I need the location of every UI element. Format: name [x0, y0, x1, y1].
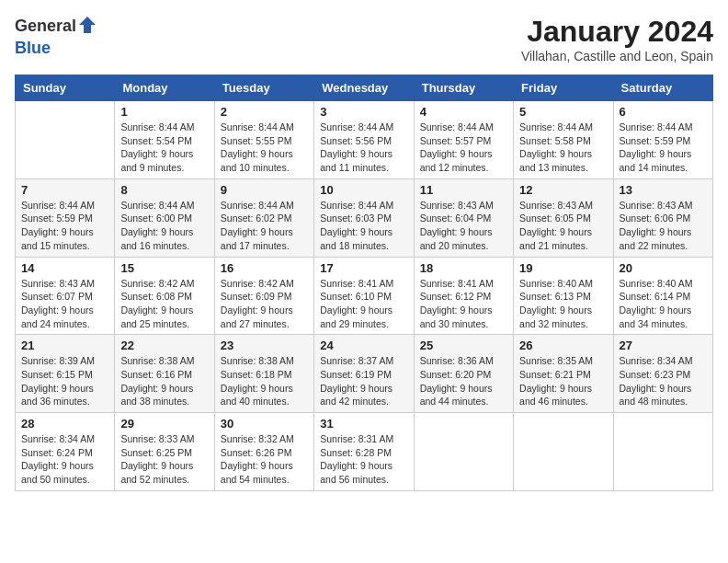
- calendar-day-cell: 6Sunrise: 8:44 AMSunset: 5:59 PMDaylight…: [613, 101, 712, 179]
- day-info: Sunrise: 8:36 AMSunset: 6:20 PMDaylight:…: [420, 354, 507, 408]
- day-number: 3: [320, 105, 407, 119]
- weekday-header: Sunday: [16, 75, 115, 101]
- calendar-header-row: SundayMondayTuesdayWednesdayThursdayFrid…: [16, 75, 713, 101]
- day-info: Sunrise: 8:31 AMSunset: 6:28 PMDaylight:…: [320, 432, 407, 487]
- weekday-header: Saturday: [613, 75, 712, 101]
- day-number: 2: [221, 105, 308, 119]
- calendar-day-cell: 16Sunrise: 8:42 AMSunset: 6:09 PMDayligh…: [214, 257, 313, 335]
- calendar-week-row: 1Sunrise: 8:44 AMSunset: 5:54 PMDaylight…: [16, 101, 713, 179]
- calendar-day-cell: 14Sunrise: 8:43 AMSunset: 6:07 PMDayligh…: [16, 257, 115, 335]
- day-info: Sunrise: 8:43 AMSunset: 6:07 PMDaylight:…: [21, 277, 108, 331]
- calendar-week-row: 14Sunrise: 8:43 AMSunset: 6:07 PMDayligh…: [16, 257, 713, 335]
- day-number: 11: [420, 183, 507, 197]
- day-number: 22: [120, 339, 208, 352]
- day-number: 13: [620, 183, 707, 197]
- calendar-day-cell: 26Sunrise: 8:35 AMSunset: 6:21 PMDayligh…: [514, 335, 613, 413]
- day-number: 5: [519, 105, 607, 119]
- day-number: 29: [120, 417, 208, 431]
- calendar-day-cell: 30Sunrise: 8:32 AMSunset: 6:26 PMDayligh…: [214, 413, 313, 491]
- weekday-header: Monday: [115, 75, 214, 101]
- day-info: Sunrise: 8:32 AMSunset: 6:26 PMDaylight:…: [221, 432, 308, 487]
- day-info: Sunrise: 8:37 AMSunset: 6:19 PMDaylight:…: [320, 354, 407, 408]
- calendar-day-cell: [514, 413, 613, 491]
- calendar-day-cell: 23Sunrise: 8:38 AMSunset: 6:18 PMDayligh…: [214, 335, 313, 413]
- day-info: Sunrise: 8:39 AMSunset: 6:15 PMDaylight:…: [21, 354, 108, 408]
- calendar-day-cell: 31Sunrise: 8:31 AMSunset: 6:28 PMDayligh…: [314, 413, 414, 491]
- logo: General Blue: [15, 15, 98, 58]
- day-info: Sunrise: 8:44 AMSunset: 5:54 PMDaylight:…: [120, 121, 208, 175]
- calendar-day-cell: 5Sunrise: 8:44 AMSunset: 5:58 PMDaylight…: [514, 101, 613, 179]
- weekday-header: Wednesday: [314, 75, 414, 101]
- page-header: General Blue January 2024 Villahan, Cast…: [15, 15, 713, 63]
- day-info: Sunrise: 8:44 AMSunset: 5:58 PMDaylight:…: [519, 121, 607, 175]
- calendar-day-cell: [613, 413, 712, 491]
- calendar-week-row: 28Sunrise: 8:34 AMSunset: 6:24 PMDayligh…: [16, 413, 713, 491]
- day-number: 15: [120, 261, 208, 275]
- day-info: Sunrise: 8:35 AMSunset: 6:21 PMDaylight:…: [519, 354, 607, 408]
- calendar-day-cell: 22Sunrise: 8:38 AMSunset: 6:16 PMDayligh…: [115, 335, 214, 413]
- logo-icon: [77, 15, 97, 40]
- calendar-day-cell: 28Sunrise: 8:34 AMSunset: 6:24 PMDayligh…: [16, 413, 115, 491]
- day-info: Sunrise: 8:43 AMSunset: 6:05 PMDaylight:…: [519, 199, 607, 253]
- calendar-day-cell: 3Sunrise: 8:44 AMSunset: 5:56 PMDaylight…: [314, 101, 414, 179]
- location-subtitle: Villahan, Castille and Leon, Spain: [521, 49, 713, 63]
- day-info: Sunrise: 8:33 AMSunset: 6:25 PMDaylight:…: [120, 432, 208, 487]
- day-info: Sunrise: 8:44 AMSunset: 5:59 PMDaylight:…: [21, 199, 108, 253]
- logo-blue-text: Blue: [15, 39, 51, 57]
- day-number: 31: [320, 417, 407, 431]
- calendar-day-cell: [414, 413, 513, 491]
- calendar-day-cell: 27Sunrise: 8:34 AMSunset: 6:23 PMDayligh…: [613, 335, 712, 413]
- day-number: 20: [620, 261, 707, 275]
- day-number: 14: [21, 261, 108, 275]
- calendar-day-cell: 17Sunrise: 8:41 AMSunset: 6:10 PMDayligh…: [314, 257, 414, 335]
- day-info: Sunrise: 8:38 AMSunset: 6:18 PMDaylight:…: [221, 354, 308, 408]
- month-title: January 2024: [521, 15, 713, 49]
- weekday-header: Thursday: [414, 75, 513, 101]
- day-info: Sunrise: 8:43 AMSunset: 6:06 PMDaylight:…: [620, 199, 707, 253]
- day-number: 4: [420, 105, 507, 119]
- calendar-day-cell: 9Sunrise: 8:44 AMSunset: 6:02 PMDaylight…: [214, 178, 313, 257]
- calendar-day-cell: 2Sunrise: 8:44 AMSunset: 5:55 PMDaylight…: [214, 101, 313, 179]
- calendar-day-cell: 19Sunrise: 8:40 AMSunset: 6:13 PMDayligh…: [514, 257, 613, 335]
- day-number: 10: [320, 183, 407, 197]
- day-number: 26: [519, 339, 607, 352]
- calendar-day-cell: 13Sunrise: 8:43 AMSunset: 6:06 PMDayligh…: [613, 178, 712, 257]
- day-info: Sunrise: 8:44 AMSunset: 5:57 PMDaylight:…: [420, 121, 507, 175]
- calendar-day-cell: 18Sunrise: 8:41 AMSunset: 6:12 PMDayligh…: [414, 257, 513, 335]
- day-number: 19: [519, 261, 607, 275]
- day-number: 28: [21, 417, 108, 431]
- day-info: Sunrise: 8:44 AMSunset: 6:03 PMDaylight:…: [320, 199, 407, 253]
- day-number: 17: [320, 261, 407, 275]
- calendar-day-cell: 21Sunrise: 8:39 AMSunset: 6:15 PMDayligh…: [16, 335, 115, 413]
- calendar-table: SundayMondayTuesdayWednesdayThursdayFrid…: [15, 75, 713, 491]
- weekday-header: Tuesday: [214, 75, 313, 101]
- calendar-day-cell: 24Sunrise: 8:37 AMSunset: 6:19 PMDayligh…: [314, 335, 414, 413]
- day-info: Sunrise: 8:44 AMSunset: 6:02 PMDaylight:…: [221, 199, 308, 253]
- day-info: Sunrise: 8:41 AMSunset: 6:12 PMDaylight:…: [420, 277, 507, 331]
- day-number: 21: [21, 339, 108, 352]
- day-info: Sunrise: 8:42 AMSunset: 6:09 PMDaylight:…: [221, 277, 308, 331]
- calendar-day-cell: 4Sunrise: 8:44 AMSunset: 5:57 PMDaylight…: [414, 101, 513, 179]
- calendar-day-cell: 25Sunrise: 8:36 AMSunset: 6:20 PMDayligh…: [414, 335, 513, 413]
- day-info: Sunrise: 8:40 AMSunset: 6:13 PMDaylight:…: [519, 277, 607, 331]
- calendar-day-cell: 12Sunrise: 8:43 AMSunset: 6:05 PMDayligh…: [514, 178, 613, 257]
- logo-general-text: General: [15, 17, 76, 35]
- calendar-day-cell: 7Sunrise: 8:44 AMSunset: 5:59 PMDaylight…: [16, 178, 115, 257]
- day-info: Sunrise: 8:43 AMSunset: 6:04 PMDaylight:…: [420, 199, 507, 253]
- calendar-day-cell: 8Sunrise: 8:44 AMSunset: 6:00 PMDaylight…: [115, 178, 214, 257]
- day-number: 12: [519, 183, 607, 197]
- day-number: 27: [620, 339, 707, 352]
- day-number: 24: [320, 339, 407, 352]
- calendar-day-cell: 11Sunrise: 8:43 AMSunset: 6:04 PMDayligh…: [414, 178, 513, 257]
- day-number: 6: [620, 105, 707, 119]
- day-info: Sunrise: 8:44 AMSunset: 6:00 PMDaylight:…: [120, 199, 208, 253]
- day-number: 9: [221, 183, 308, 197]
- day-info: Sunrise: 8:38 AMSunset: 6:16 PMDaylight:…: [120, 354, 208, 408]
- day-info: Sunrise: 8:41 AMSunset: 6:10 PMDaylight:…: [320, 277, 407, 331]
- day-info: Sunrise: 8:34 AMSunset: 6:23 PMDaylight:…: [620, 354, 707, 408]
- svg-marker-0: [79, 17, 96, 33]
- day-number: 30: [221, 417, 308, 431]
- day-info: Sunrise: 8:42 AMSunset: 6:08 PMDaylight:…: [120, 277, 208, 331]
- calendar-day-cell: 10Sunrise: 8:44 AMSunset: 6:03 PMDayligh…: [314, 178, 414, 257]
- day-number: 18: [420, 261, 507, 275]
